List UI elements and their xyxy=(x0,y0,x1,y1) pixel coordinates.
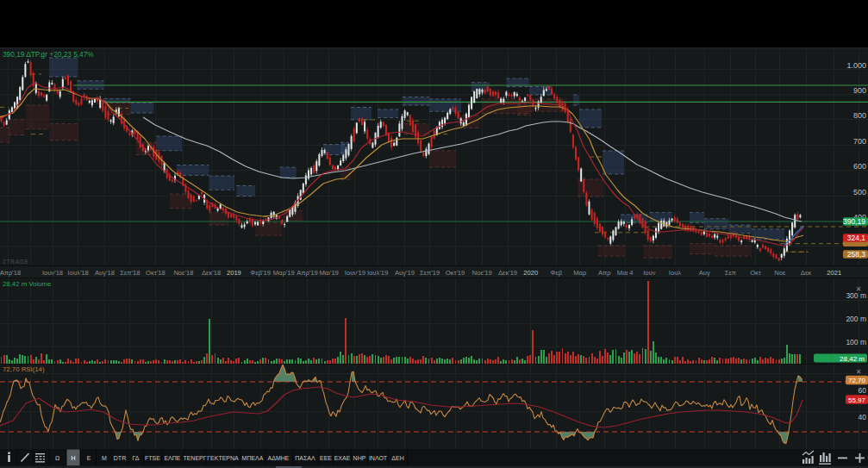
svg-text:ZTRADE: ZTRADE xyxy=(3,259,28,265)
svg-text:Απρ'18: Απρ'18 xyxy=(0,269,21,277)
svg-text:Αυγ: Αυγ xyxy=(699,269,710,277)
svg-text:ΓΕΚΤΕΡΝΑ: ΓΕΚΤΕΡΝΑ xyxy=(207,455,239,461)
svg-text:Αυγ'18: Αυγ'18 xyxy=(95,269,115,277)
svg-text:2020: 2020 xyxy=(523,269,538,277)
svg-text:M: M xyxy=(102,455,107,461)
svg-text:390,19: 390,19 xyxy=(843,217,865,226)
svg-text:Ω: Ω xyxy=(55,455,59,461)
svg-text:28,42 m Volume: 28,42 m Volume xyxy=(3,280,51,288)
svg-text:Δεκ: Δεκ xyxy=(801,269,811,277)
svg-text:ΕΧΑΕ: ΕΧΑΕ xyxy=(334,455,351,461)
svg-text:E: E xyxy=(87,455,91,461)
svg-text:ΠΑΣΑΛ: ΠΑΣΑΛ xyxy=(295,455,315,461)
svg-text:100 m: 100 m xyxy=(846,338,866,346)
svg-text:900: 900 xyxy=(853,86,866,95)
svg-text:72,70: 72,70 xyxy=(848,377,866,384)
svg-text:60: 60 xyxy=(859,386,867,395)
svg-text:28,42 m: 28,42 m xyxy=(840,355,865,363)
svg-text:Ιουλ'19: Ιουλ'19 xyxy=(367,269,388,277)
svg-text:Οκτ: Οκτ xyxy=(750,269,761,277)
svg-text:Νοε'19: Νοε'19 xyxy=(472,269,492,277)
svg-text:55,97: 55,97 xyxy=(848,396,866,404)
svg-text:Φεβ: Φεβ xyxy=(550,269,562,277)
svg-text:Οκτ'18: Οκτ'18 xyxy=(146,269,165,277)
svg-text:Νοε: Νοε xyxy=(774,269,786,277)
svg-text:700: 700 xyxy=(853,137,866,146)
svg-text:ΤΕΝΕΡΓ: ΤΕΝΕΡΓ xyxy=(183,455,206,461)
svg-text:2019: 2019 xyxy=(227,269,241,277)
svg-text:Μαι 4: Μαι 4 xyxy=(617,269,634,277)
svg-text:Σεπ'18: Σεπ'18 xyxy=(120,269,140,277)
svg-text:800: 800 xyxy=(853,111,866,120)
svg-text:500: 500 xyxy=(853,188,866,197)
svg-text:Ιουλ: Ιουλ xyxy=(669,269,681,277)
svg-text:Οκτ'19: Οκτ'19 xyxy=(446,269,465,277)
svg-text:✕: ✕ xyxy=(856,368,862,376)
svg-text:FTSE: FTSE xyxy=(145,455,160,461)
svg-text:ΓΔ: ΓΔ xyxy=(133,455,140,461)
svg-text:ΜΠΕΛΑ: ΜΠΕΛΑ xyxy=(242,455,264,461)
svg-text:Μαι'19: Μαι'19 xyxy=(320,269,339,277)
svg-text:Δεκ'19: Δεκ'19 xyxy=(498,269,517,277)
svg-text:Μαρ'19: Μαρ'19 xyxy=(273,269,295,277)
svg-text:ΕΛΠΕ: ΕΛΠΕ xyxy=(164,455,180,461)
svg-text:324,1: 324,1 xyxy=(847,234,866,242)
svg-text:Αυγ'19: Αυγ'19 xyxy=(395,269,415,277)
svg-text:40: 40 xyxy=(859,413,867,421)
svg-text:Ιουν'19: Ιουν'19 xyxy=(345,269,365,277)
svg-text:Απρ'19: Απρ'19 xyxy=(297,269,318,277)
svg-text:72,70 RSI(14): 72,70 RSI(14) xyxy=(3,365,45,373)
svg-text:Ιουν'18: Ιουν'18 xyxy=(42,269,63,277)
svg-text:390,19 ΔTP.gr +20,23 5,47%: 390,19 ΔTP.gr +20,23 5,47% xyxy=(3,50,94,59)
svg-text:ΝΗΡ: ΝΗΡ xyxy=(353,455,366,461)
svg-text:2021: 2021 xyxy=(827,269,841,277)
svg-text:✕: ✕ xyxy=(856,285,862,293)
svg-text:DTR: DTR xyxy=(114,455,126,461)
svg-text:Ιουλ'18: Ιουλ'18 xyxy=(68,269,89,277)
svg-text:ΕΕΕ: ΕΕΕ xyxy=(320,455,332,461)
svg-text:Νοε'18: Νοε'18 xyxy=(173,269,193,277)
svg-text:1.000: 1.000 xyxy=(846,61,866,70)
svg-text:ΑΔΜΗΕ: ΑΔΜΗΕ xyxy=(268,455,290,461)
svg-text:Απρ: Απρ xyxy=(598,269,611,277)
svg-text:ΙΝΛΟΤ: ΙΝΛΟΤ xyxy=(369,455,388,461)
svg-text:ΔΕΗ: ΔΕΗ xyxy=(391,455,403,461)
svg-text:Φεβ'19: Φεβ'19 xyxy=(250,269,271,277)
svg-text:Δεκ'18: Δεκ'18 xyxy=(202,269,221,277)
svg-text:H: H xyxy=(71,455,75,461)
svg-text:600: 600 xyxy=(853,162,866,171)
svg-text:Σεπ'19: Σεπ'19 xyxy=(420,269,440,277)
svg-text:Μαρ: Μαρ xyxy=(573,269,587,277)
svg-text:258,3: 258,3 xyxy=(847,250,866,259)
svg-text:200 m: 200 m xyxy=(846,315,866,323)
svg-text:Σεπ: Σεπ xyxy=(725,269,736,277)
svg-text:Ιουν: Ιουν xyxy=(643,269,655,277)
